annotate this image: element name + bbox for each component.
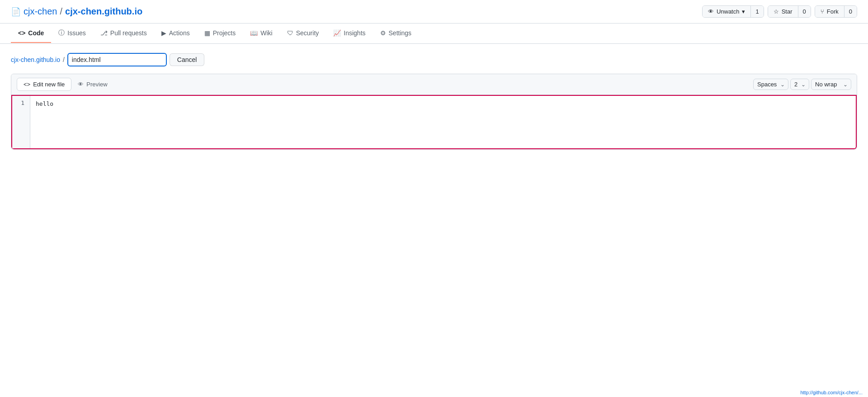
unwatch-label: Unwatch xyxy=(717,8,740,15)
tab-insights[interactable]: 📈 Insights xyxy=(326,24,373,43)
editor-toolbar: <> Edit new file 👁 Preview Spaces Tabs xyxy=(11,74,857,95)
settings-icon: ⚙ xyxy=(380,29,386,37)
tab-projects-label: Projects xyxy=(213,29,236,37)
preview-icon: 👁 xyxy=(78,81,84,88)
header-actions: 👁 Unwatch ▾ 1 ☆ Star 0 ⑂ Fork 0 xyxy=(702,5,857,18)
tab-settings-label: Settings xyxy=(389,29,412,37)
spaces-select[interactable]: Spaces Tabs xyxy=(753,79,788,90)
star-icon: ☆ xyxy=(774,8,779,15)
fork-icon: ⑂ xyxy=(821,8,824,15)
projects-icon: ▦ xyxy=(204,29,210,37)
issues-icon: ⓘ xyxy=(58,29,65,37)
edit-tab-label: Edit new file xyxy=(33,81,65,88)
fork-group: ⑂ Fork 0 xyxy=(815,5,857,18)
tab-pull-requests-label: Pull requests xyxy=(110,29,147,37)
editor-tabs: <> Edit new file 👁 Preview xyxy=(17,78,114,91)
star-button[interactable]: ☆ Star xyxy=(768,6,798,17)
insights-icon: 📈 xyxy=(333,29,341,37)
unwatch-group: 👁 Unwatch ▾ 1 xyxy=(702,5,764,18)
spaces-select-wrapper: Spaces Tabs xyxy=(753,79,788,90)
tab-pull-requests[interactable]: ⎇ Pull requests xyxy=(93,24,154,43)
wiki-icon: 📖 xyxy=(250,29,258,37)
wrap-select[interactable]: No wrap Soft wrap xyxy=(811,79,851,90)
tab-edit-new-file[interactable]: <> Edit new file xyxy=(17,78,71,91)
tab-issues-label: Issues xyxy=(67,29,85,37)
tab-settings[interactable]: ⚙ Settings xyxy=(373,24,419,43)
unwatch-button[interactable]: 👁 Unwatch ▾ xyxy=(703,6,751,17)
tab-security-label: Security xyxy=(296,29,319,37)
tab-code-label: Code xyxy=(28,29,44,37)
nav-tabs: <> Code ⓘ Issues ⎇ Pull requests ▶ Actio… xyxy=(0,24,868,44)
tab-issues[interactable]: ⓘ Issues xyxy=(51,24,93,43)
repo-icon: 📄 xyxy=(11,7,21,17)
tab-wiki-label: Wiki xyxy=(260,29,272,37)
repo-name-link[interactable]: cjx-chen.github.io xyxy=(65,6,142,17)
tab-preview[interactable]: 👁 Preview xyxy=(71,78,113,90)
unwatch-dropdown-icon: ▾ xyxy=(742,8,745,15)
status-bar: http://github.com/cjx-chen/... xyxy=(795,388,868,397)
indent-size-select[interactable]: 2 4 8 xyxy=(790,79,809,90)
star-group: ☆ Star 0 xyxy=(768,5,811,18)
top-header: 📄 cjx-chen / cjx-chen.github.io 👁 Unwatc… xyxy=(0,0,868,24)
code-icon: <> xyxy=(18,29,25,37)
fork-label: Fork xyxy=(827,8,839,15)
breadcrumb-separator: / xyxy=(63,56,65,63)
editor-body: 1 hello xyxy=(11,95,857,149)
tab-projects[interactable]: ▦ Projects xyxy=(197,24,243,43)
repo-owner-link[interactable]: cjx-chen xyxy=(24,6,57,17)
wrap-select-wrapper: No wrap Soft wrap xyxy=(811,79,851,90)
repo-separator: / xyxy=(60,6,62,17)
actions-icon: ▶ xyxy=(161,29,166,37)
main-content: cjx-chen.github.io / Cancel <> Edit new … xyxy=(0,44,868,159)
tab-insights-label: Insights xyxy=(344,29,365,37)
file-path: cjx-chen.github.io / Cancel xyxy=(11,53,857,66)
star-count[interactable]: 0 xyxy=(798,6,811,17)
editor-container: <> Edit new file 👁 Preview Spaces Tabs xyxy=(11,74,857,150)
fork-button[interactable]: ⑂ Fork xyxy=(815,6,844,17)
tab-security[interactable]: 🛡 Security xyxy=(280,24,326,43)
tab-actions-label: Actions xyxy=(169,29,190,37)
pull-requests-icon: ⎇ xyxy=(100,29,108,37)
eye-icon: 👁 xyxy=(708,8,714,15)
star-label: Star xyxy=(782,8,793,15)
line-number-1: 1 xyxy=(18,99,24,106)
cancel-button[interactable]: Cancel xyxy=(170,53,205,66)
status-url: http://github.com/cjx-chen/... xyxy=(800,390,863,395)
tab-actions[interactable]: ▶ Actions xyxy=(154,24,197,43)
breadcrumb-link[interactable]: cjx-chen.github.io xyxy=(11,56,60,63)
code-editor[interactable]: hello xyxy=(30,96,856,148)
indent-size-select-wrapper: 2 4 8 xyxy=(790,79,809,90)
repo-title: 📄 cjx-chen / cjx-chen.github.io xyxy=(11,6,142,17)
tab-wiki[interactable]: 📖 Wiki xyxy=(243,24,279,43)
editor-options: Spaces Tabs 2 4 8 No wrap Soft wrap xyxy=(753,79,851,90)
security-icon: 🛡 xyxy=(287,29,293,37)
fork-count[interactable]: 0 xyxy=(844,6,857,17)
preview-tab-label: Preview xyxy=(86,81,107,88)
line-numbers: 1 xyxy=(12,96,30,148)
tab-code[interactable]: <> Code xyxy=(11,24,51,43)
unwatch-count[interactable]: 1 xyxy=(751,6,763,17)
filename-input[interactable] xyxy=(67,53,167,66)
edit-icon: <> xyxy=(24,81,30,88)
